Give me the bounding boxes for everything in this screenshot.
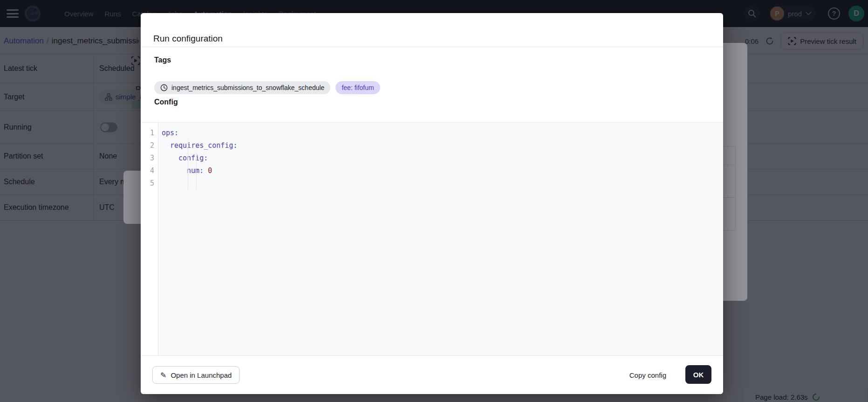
- ok-button[interactable]: OK: [685, 365, 711, 384]
- open-in-launchpad-button[interactable]: ✎ Open in Launchpad: [152, 366, 239, 384]
- yaml-config-editor[interactable]: 1 2 3 4 5 ops: requires_config: config: …: [141, 122, 723, 356]
- code-line: num:0: [162, 165, 723, 177]
- tag-text: ingest_metrics_submissions_to_snowflake_…: [171, 84, 324, 91]
- editor-gutter: 1 2 3 4 5: [141, 123, 158, 355]
- tag-fee-fifofum: fee: fifofum: [335, 81, 380, 94]
- dialog-title: Run configuration: [153, 34, 223, 44]
- line-number: 3: [141, 152, 158, 165]
- code-line: requires_config:: [162, 139, 723, 152]
- indent-guide: [188, 139, 188, 190]
- dialog-divider: [141, 47, 723, 47]
- tag-schedule-name: ingest_metrics_submissions_to_snowflake_…: [154, 81, 330, 94]
- tags-row: ingest_metrics_submissions_to_snowflake_…: [154, 81, 380, 94]
- tags-heading: Tags: [154, 56, 171, 64]
- code-line: config:: [162, 152, 723, 165]
- code-line: [162, 177, 723, 190]
- dagster-app: Overview Runs Catalog Jobs Automation In…: [0, 0, 868, 402]
- line-number: 5: [141, 177, 158, 190]
- code-area[interactable]: ops: requires_config: config: num:0: [158, 123, 723, 355]
- run-configuration-dialog: Run configuration Tags ingest_metrics_su…: [141, 13, 723, 394]
- config-heading: Config: [154, 98, 178, 106]
- line-number: 2: [141, 139, 158, 152]
- code-line: ops:: [162, 127, 723, 139]
- indent-guide: [196, 152, 197, 190]
- line-number: 4: [141, 165, 158, 177]
- line-number: 1: [141, 127, 158, 139]
- copy-config-button[interactable]: Copy config: [624, 366, 672, 384]
- clock-icon: [160, 84, 168, 91]
- tag-text: fee: fifofum: [342, 84, 374, 91]
- dialog-footer: ✎ Open in Launchpad Copy config OK: [141, 356, 723, 394]
- pencil-icon: ✎: [160, 371, 166, 380]
- open-in-launchpad-label: Open in Launchpad: [171, 371, 232, 379]
